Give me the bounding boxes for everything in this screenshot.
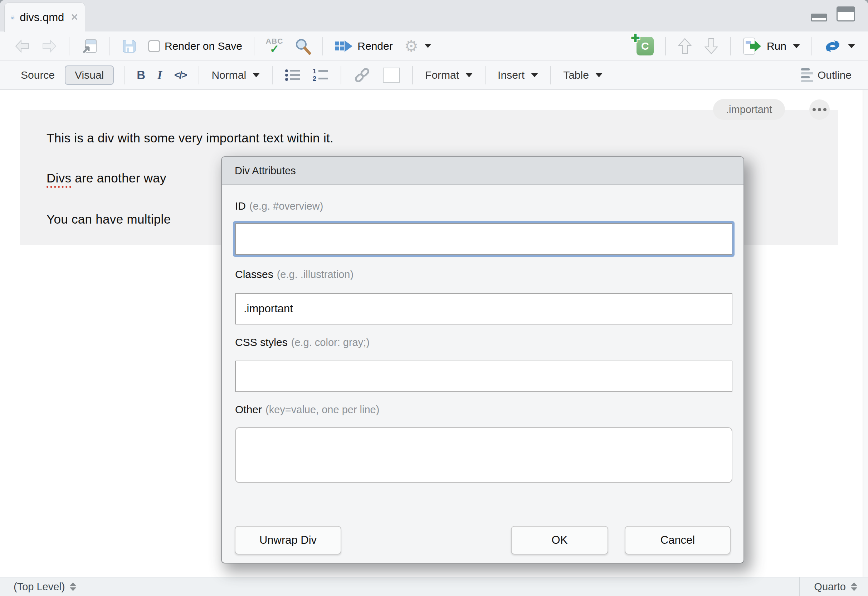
scope-updown-icon [70,583,76,591]
run-icon [743,37,762,56]
paragraph-style-dropdown[interactable]: Normal [209,68,262,83]
render-on-save-checkbox[interactable] [148,40,160,52]
css-styles-field-label: CSS styles(e.g. color: gray;) [235,336,370,348]
outline-icon [801,68,813,82]
render-options-button[interactable]: ⚙ [402,37,433,55]
tab-divs-qmd[interactable]: divs.qmd ✕ [4,3,85,32]
tab-title: divs.qmd [20,11,64,24]
classes-field-hint: (e.g. .illustration) [277,268,353,280]
insert-chunk-button[interactable]: C✚ [634,35,656,57]
tab-close-icon[interactable]: ✕ [71,12,78,23]
up-arrow-icon [677,37,692,55]
status-bar: (Top Level) Quarto [0,577,868,596]
numbered-list-icon: 1 2 [313,68,328,82]
italic-icon: I [158,69,162,82]
render-button[interactable]: Render [332,38,395,55]
format-toolbar: Source Visual B I </> Normal [0,61,868,90]
visual-mode-button[interactable]: Visual [65,65,114,85]
paragraph-style-value: Normal [211,69,246,81]
unwrap-div-button[interactable]: Unwrap Div [235,526,341,555]
quarto-file-icon [11,9,15,27]
other-input[interactable] [235,427,732,483]
render-icon [335,39,353,53]
forward-button[interactable] [39,38,59,55]
run-button[interactable]: Run [740,35,802,57]
separator [550,66,551,84]
insert-code-chunk-icon: C✚ [636,37,654,55]
scrollbar-gutter[interactable] [863,90,868,577]
bold-icon: B [137,68,145,82]
run-next-chunk-button[interactable] [702,36,721,56]
separator [69,37,69,55]
table-menu[interactable]: Table [561,68,605,83]
format-menu[interactable]: Format [423,68,475,83]
save-button[interactable] [120,37,139,55]
document-line[interactable]: Divs are another way [47,171,166,185]
bold-button[interactable]: B [134,67,148,83]
code-icon: </> [174,69,186,81]
separator [665,37,666,55]
bullet-list-icon [285,68,301,82]
tab-bar: divs.qmd ✕ [0,0,868,31]
separator [124,66,124,84]
find-replace-button[interactable] [292,36,313,56]
source-document-button[interactable] [821,37,857,55]
div-options-button[interactable] [809,99,830,120]
run-previous-chunks-button[interactable] [675,36,694,56]
source-mode-button[interactable]: Source [19,68,57,83]
visual-mode-label: Visual [75,69,104,81]
main-toolbar: Render on Save ABC✓ Render [0,31,868,61]
cancel-button[interactable]: Cancel [625,526,731,555]
id-field-label: ID(e.g. #overview) [235,200,323,212]
separator [322,37,323,55]
id-input[interactable] [235,223,732,255]
separator [272,66,273,84]
format-menu-label: Format [425,69,459,81]
css-styles-input[interactable] [235,361,732,392]
insert-menu[interactable]: Insert [496,68,540,83]
insert-menu-label: Insert [498,69,524,81]
misspelled-word[interactable]: Divs [47,171,71,188]
chevron-down-icon [595,73,602,77]
render-on-save-toggle[interactable]: Render on Save [146,38,244,54]
document-line[interactable]: This is a div with some very important t… [47,131,334,145]
chevron-down-icon [425,44,431,48]
ok-button[interactable]: OK [511,526,608,555]
separator [341,66,341,84]
scope-selector[interactable]: (Top Level) [0,581,76,593]
spellcheck-button[interactable]: ABC✓ [264,36,285,56]
dialog-header: Div Attributes [222,157,744,185]
search-icon [294,38,311,55]
outline-toggle-button[interactable]: Outline [799,67,854,84]
image-button[interactable] [381,66,402,84]
div-attributes-dialog: Div Attributes ID(e.g. #overview) Classe… [221,156,744,564]
render-label: Render [357,40,393,52]
link-button[interactable] [351,66,373,84]
document-line[interactable]: You can have multiple [47,212,171,226]
svg-text:1: 1 [313,68,316,75]
classes-input[interactable] [235,293,732,325]
bullet-list-button[interactable] [283,66,303,84]
save-icon [122,38,137,54]
table-menu-label: Table [563,69,589,81]
language-mode-label: Quarto [814,581,846,593]
language-mode-selector[interactable]: Quarto [799,577,868,596]
back-button[interactable] [12,38,32,55]
minimize-pane-icon[interactable] [811,13,827,21]
chevron-down-icon [848,44,855,48]
back-arrow-icon [14,39,30,53]
chevron-down-icon [793,44,800,48]
code-button[interactable]: </> [172,68,189,82]
maximize-pane-icon[interactable] [837,6,855,21]
open-in-new-window-button[interactable] [79,37,100,56]
language-updown-icon [851,583,857,591]
down-arrow-icon [704,37,719,55]
id-field-hint: (e.g. #overview) [249,200,323,212]
visual-editor-surface[interactable]: .important This is a div with some very … [0,90,868,577]
rstudio-editor-window: divs.qmd ✕ [0,0,868,596]
numbered-list-button[interactable]: 1 2 [311,66,331,84]
div-class-badge[interactable]: .important [713,99,785,120]
svg-text:2: 2 [313,75,316,82]
scope-label: (Top Level) [13,581,65,593]
italic-button[interactable]: I [155,67,164,83]
